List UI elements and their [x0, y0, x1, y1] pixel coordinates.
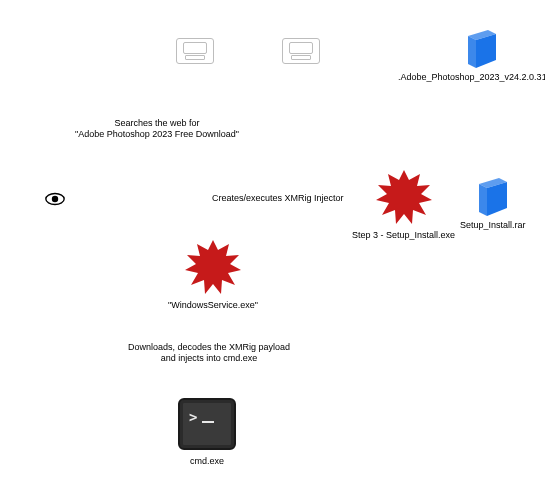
software-box-2: [282, 38, 320, 64]
cmd-label: cmd.exe: [190, 456, 224, 466]
software-box-1: [176, 38, 214, 64]
search-text-line1: Searches the web for: [67, 118, 247, 129]
archive-icon: [462, 30, 502, 70]
eye-icon: [44, 188, 66, 210]
malware-windowsservice: "WindowsService.exe": [168, 238, 258, 310]
inject-description: Downloads, decodes the XMRig payload and…: [112, 340, 306, 366]
svg-point-1: [52, 196, 58, 202]
observer: [44, 188, 66, 210]
rar-setup-label: Setup_Install.rar: [460, 220, 526, 230]
malware-icon: [183, 238, 243, 298]
rar-photoshop-label: .Adobe_Photoshop_2023_v24.2.0.315.rar: [398, 72, 545, 82]
malware-icon: [374, 168, 434, 228]
inject-text-line2: and injects into cmd.exe: [114, 353, 304, 364]
rar-setup: Setup_Install.rar: [460, 178, 526, 230]
creates-executes-label: Creates/executes XMRig Injector: [212, 193, 344, 204]
search-text-line2: "Adobe Photoshop 2023 Free Download": [67, 129, 247, 140]
setup-exe-label: Step 3 - Setup_Install.exe: [352, 230, 455, 240]
malware-setup-exe: Step 3 - Setup_Install.exe: [352, 168, 455, 240]
windowsservice-label: "WindowsService.exe": [168, 300, 258, 310]
cmd-exe: cmd.exe: [178, 398, 236, 466]
terminal-icon: [178, 398, 236, 450]
package-box-icon: [282, 38, 320, 64]
inject-text-line1: Downloads, decodes the XMRig payload: [114, 342, 304, 353]
search-description: Searches the web for "Adobe Photoshop 20…: [65, 116, 249, 142]
archive-icon: [473, 178, 513, 218]
package-box-icon: [176, 38, 214, 64]
rar-photoshop: .Adobe_Photoshop_2023_v24.2.0.315.rar: [398, 30, 545, 82]
